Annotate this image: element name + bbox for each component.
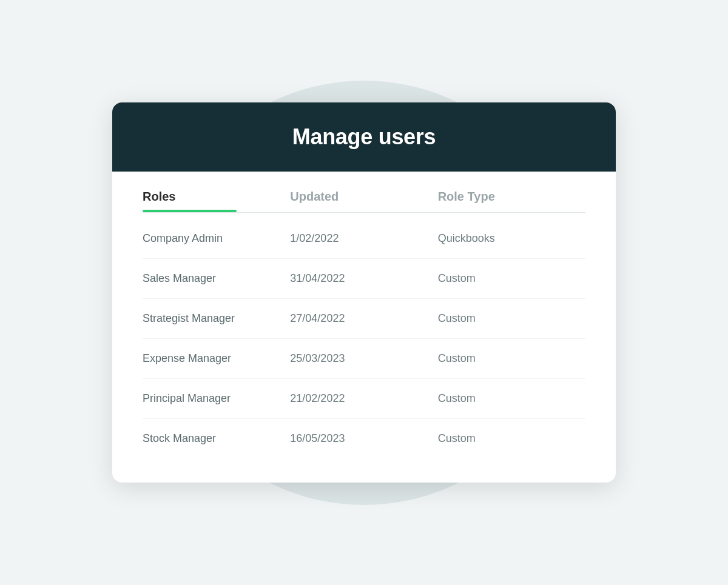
cell-role-type: Custom [438, 312, 585, 325]
column-header-roles: Roles [143, 190, 290, 212]
cell-role-type: Custom [438, 352, 585, 365]
cell-role-type: Custom [438, 432, 585, 445]
cell-updated: 16/05/2023 [290, 432, 437, 445]
table-row: Stock Manager 16/05/2023 Custom [143, 419, 585, 458]
cell-role: Stock Manager [143, 432, 290, 445]
table-header: Roles Updated Role Type [143, 190, 585, 212]
cell-role: Principal Manager [143, 392, 290, 405]
column-header-updated: Updated [290, 190, 437, 212]
card-body: Roles Updated Role Type Company Admin 1/… [112, 172, 616, 483]
manage-users-card: Manage users Roles Updated Role Type Com… [112, 102, 616, 483]
cell-updated: 1/02/2022 [290, 232, 437, 245]
header-divider [143, 212, 585, 213]
table-row: Strategist Manager 27/04/2022 Custom [143, 299, 585, 339]
table-row: Sales Manager 31/04/2022 Custom [143, 259, 585, 299]
table-row: Principal Manager 21/02/2022 Custom [143, 379, 585, 419]
cell-role: Sales Manager [143, 272, 290, 285]
cell-role-type: Custom [438, 272, 585, 285]
page-title: Manage users [136, 124, 592, 150]
cell-role-type: Quickbooks [438, 232, 585, 245]
cell-role: Expense Manager [143, 352, 290, 365]
table-row: Company Admin 1/02/2022 Quickbooks [143, 219, 585, 259]
cell-role: Strategist Manager [143, 312, 290, 325]
cell-updated: 21/02/2022 [290, 392, 437, 405]
column-header-role-type: Role Type [438, 190, 585, 212]
cell-role: Company Admin [143, 232, 290, 245]
cell-updated: 27/04/2022 [290, 312, 437, 325]
card-header: Manage users [112, 102, 616, 172]
cell-updated: 31/04/2022 [290, 272, 437, 285]
table-body: Company Admin 1/02/2022 Quickbooks Sales… [143, 219, 585, 458]
table-row: Expense Manager 25/03/2023 Custom [143, 339, 585, 379]
cell-role-type: Custom [438, 392, 585, 405]
cell-updated: 25/03/2023 [290, 352, 437, 365]
